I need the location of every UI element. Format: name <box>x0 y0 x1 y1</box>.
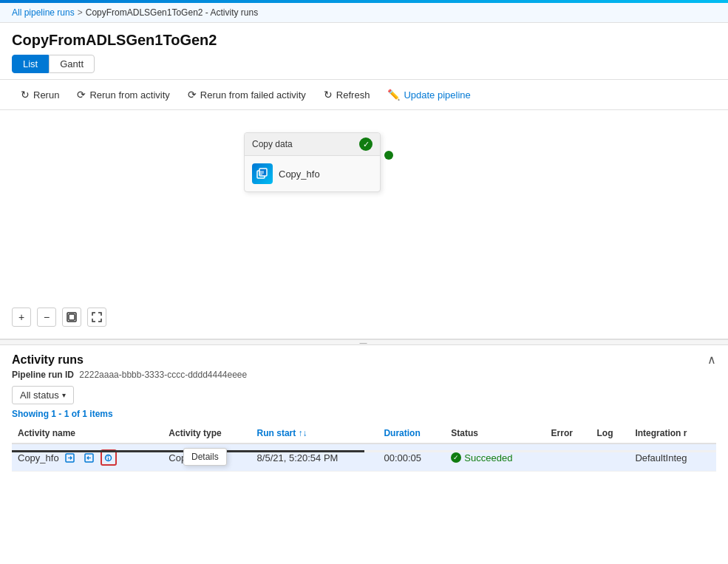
breadcrumb: All pipeline runs > CopyFromADLSGen1ToGe… <box>0 3 728 23</box>
activity-card-name: Copy_hfo <box>279 169 320 180</box>
copy-activity-icon <box>252 163 273 184</box>
divider-indicator: — <box>360 339 369 347</box>
details-tooltip: Details <box>183 448 227 466</box>
activity-card-type: Copy data <box>252 139 293 149</box>
cell-error <box>545 444 591 472</box>
status-dot: ✓ <box>451 452 461 463</box>
zoom-out-button[interactable]: − <box>37 308 56 327</box>
table-body: Copy_hfo <box>12 444 716 472</box>
col-duration[interactable]: Duration <box>378 424 445 444</box>
progress-track <box>12 450 716 452</box>
runs-table-container: Activity name Activity type Run start ↑↓… <box>12 424 716 472</box>
runs-table: Activity name Activity type Run start ↑↓… <box>12 424 716 472</box>
pipeline-id-row: Pipeline run ID 2222aaaa-bbbb-3333-cccc-… <box>12 370 716 380</box>
svg-rect-3 <box>69 314 75 320</box>
col-activity-name: Activity name <box>12 424 163 444</box>
filter-label: All status <box>20 390 59 401</box>
breadcrumb-link[interactable]: All pipeline runs <box>12 7 75 18</box>
update-pipeline-button[interactable]: ✏️ Update pipeline <box>378 84 479 105</box>
activity-runs-section: Activity runs ∧ Pipeline run ID 2222aaaa… <box>0 345 728 472</box>
dropdown-chevron-icon: ▾ <box>62 391 66 399</box>
rerun-from-failed-button[interactable]: ⟳ Rerun from failed activity <box>179 84 315 105</box>
refresh-icon: ↻ <box>324 89 333 101</box>
list-toggle-btn[interactable]: List <box>12 55 49 73</box>
table-row[interactable]: Copy_hfo <box>12 444 716 472</box>
col-log: Log <box>591 424 630 444</box>
rerun-from-activity-button[interactable]: ⟳ Rerun from activity <box>68 84 178 105</box>
showing-count: Showing 1 - 1 of 1 items <box>12 409 716 419</box>
cell-run-start: 8/5/21, 5:20:54 PM <box>251 444 378 472</box>
sort-icon: ↑↓ <box>299 428 307 438</box>
cell-status: ✓ Succeeded <box>445 444 545 472</box>
activity-card-body: Copy_hfo <box>245 156 380 191</box>
pipeline-canvas: Copy data ✓ Copy_hfo + − <box>0 110 728 339</box>
col-activity-type: Activity type <box>163 424 251 444</box>
toolbar: ↻ Rerun ⟳ Rerun from activity ⟳ Rerun fr… <box>0 79 728 110</box>
section-header: Activity runs ∧ <box>12 345 716 370</box>
rerun-from-activity-icon: ⟳ <box>77 89 86 101</box>
breadcrumb-separator: > <box>78 7 83 18</box>
fit-view-button[interactable] <box>62 308 81 327</box>
rerun-from-failed-icon: ⟳ <box>188 89 197 101</box>
activity-card-success-icon: ✓ <box>359 137 372 151</box>
filter-row: All status ▾ <box>12 386 716 404</box>
cell-integration: DefaultInteg <box>629 444 716 472</box>
rerun-button[interactable]: ↻ Rerun <box>12 84 68 105</box>
col-integration: Integration r <box>629 424 716 444</box>
col-error: Error <box>545 424 591 444</box>
status-success: ✓ Succeeded <box>451 452 539 463</box>
section-title: Activity runs <box>12 353 84 367</box>
svg-point-7 <box>108 455 109 456</box>
activity-card-header: Copy data ✓ <box>245 133 380 156</box>
gantt-toggle-btn[interactable]: Gantt <box>49 55 95 73</box>
pipeline-id-label: Pipeline run ID <box>12 370 74 380</box>
refresh-button[interactable]: ↻ Refresh <box>315 84 379 105</box>
expand-view-button[interactable] <box>87 308 106 327</box>
divider-handle[interactable]: — <box>0 339 728 345</box>
edit-icon: ✏️ <box>387 89 400 101</box>
cell-activity-name: Copy_hfo <box>12 444 163 472</box>
cell-duration: 00:00:05 <box>378 444 445 472</box>
status-filter[interactable]: All status ▾ <box>12 386 74 404</box>
activity-card[interactable]: Copy data ✓ Copy_hfo <box>244 132 381 192</box>
table-header: Activity name Activity type Run start ↑↓… <box>12 424 716 444</box>
breadcrumb-current: CopyFromADLSGen1ToGen2 - Activity runs <box>86 7 258 18</box>
zoom-in-button[interactable]: + <box>12 308 31 327</box>
rerun-icon: ↻ <box>21 89 30 101</box>
col-run-start[interactable]: Run start ↑↓ <box>251 424 378 444</box>
view-toggle-group: List Gantt <box>0 55 728 79</box>
cell-log <box>591 444 630 472</box>
canvas-success-indicator <box>384 151 393 160</box>
canvas-controls: + − <box>12 308 106 327</box>
collapse-button[interactable]: ∧ <box>707 353 716 367</box>
pipeline-id-value: 2222aaaa-bbbb-3333-cccc-dddd4444eeee <box>79 370 247 380</box>
page-title: CopyFromADLSGen1ToGen2 <box>0 23 728 55</box>
col-status: Status <box>445 424 545 444</box>
